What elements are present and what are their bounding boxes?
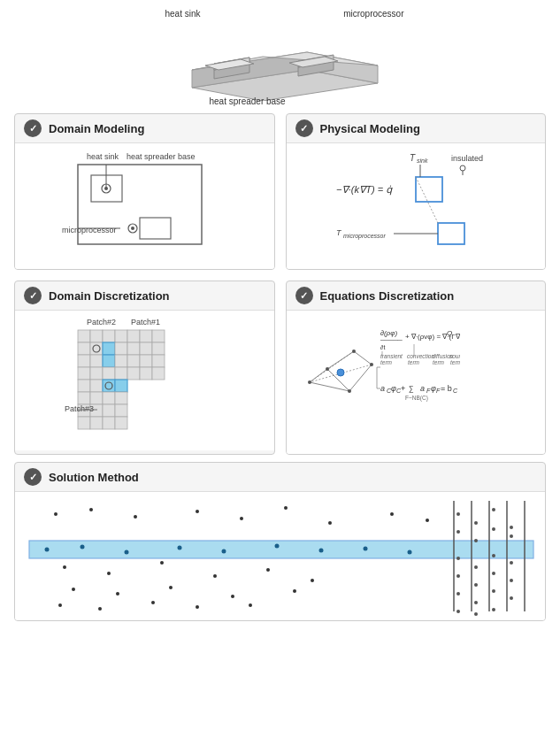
svg-text:∂t: ∂t xyxy=(380,344,385,350)
svg-rect-56 xyxy=(152,355,165,367)
dm-heat-spreader-label: heat spreader base xyxy=(127,152,196,161)
svg-point-149 xyxy=(63,565,66,569)
domain-modeling-title: Domain Modeling xyxy=(49,122,144,135)
svg-rect-53 xyxy=(115,355,127,367)
svg-rect-57 xyxy=(78,367,90,380)
domain-modeling-card: Domain Modeling heat sink heat spreader … xyxy=(14,113,275,270)
svg-point-172 xyxy=(510,534,513,538)
svg-point-131 xyxy=(54,512,58,516)
svg-rect-48 xyxy=(152,342,165,355)
svg-line-86 xyxy=(354,351,372,365)
svg-point-157 xyxy=(169,586,173,589)
svg-point-158 xyxy=(231,595,234,598)
svg-point-174 xyxy=(474,565,478,569)
svg-point-150 xyxy=(107,572,111,575)
domain-discretization-title: Domain Discretization xyxy=(49,289,170,303)
svg-text:∑: ∑ xyxy=(409,385,414,393)
svg-point-139 xyxy=(426,519,429,522)
svg-text:Patch#1: Patch#1 xyxy=(131,318,160,327)
equations-discretization-header: Equations Discretization xyxy=(287,281,546,311)
svg-point-144 xyxy=(222,549,226,554)
solution-method-header: Solution Method xyxy=(15,463,545,492)
svg-point-186 xyxy=(474,612,478,616)
svg-point-151 xyxy=(160,561,164,565)
svg-rect-65 xyxy=(90,380,103,392)
svg-rect-36 xyxy=(90,330,103,342)
domain-modeling-check xyxy=(24,119,42,137)
svg-rect-50 xyxy=(78,355,90,367)
svg-rect-68 xyxy=(78,392,90,404)
svg-text:Patch#3: Patch#3 xyxy=(65,404,94,413)
svg-rect-75 xyxy=(115,404,127,417)
svg-rect-30 xyxy=(438,223,464,244)
solution-method-card: Solution Method xyxy=(14,462,546,621)
svg-point-137 xyxy=(328,521,332,525)
svg-point-160 xyxy=(58,603,62,607)
svg-rect-74 xyxy=(103,404,115,417)
svg-rect-69 xyxy=(90,392,103,404)
svg-point-142 xyxy=(125,550,129,555)
svg-text:T: T xyxy=(410,153,416,163)
svg-point-141 xyxy=(81,545,85,549)
physical-modeling-card: Physical Modeling T sink insulated −∇· xyxy=(286,113,547,270)
svg-text:─────: ───── xyxy=(380,337,403,343)
equations-discretization-title: Equations Discretization xyxy=(320,289,455,303)
svg-rect-35 xyxy=(78,330,90,342)
svg-point-182 xyxy=(474,601,478,604)
svg-rect-59 xyxy=(103,367,115,380)
svg-text:source: source xyxy=(449,353,460,359)
svg-point-177 xyxy=(456,574,460,578)
top-heat-sink-label: heat sink xyxy=(165,9,201,19)
domain-discretization-check xyxy=(24,287,42,304)
svg-point-133 xyxy=(134,515,137,519)
svg-rect-66 xyxy=(103,380,115,392)
svg-point-176 xyxy=(510,561,513,565)
svg-rect-42 xyxy=(78,342,90,355)
svg-point-183 xyxy=(492,589,495,593)
domain-discretization-card: Domain Discretization Patch#2 Patch#1 xyxy=(14,280,275,455)
svg-point-156 xyxy=(116,592,119,596)
svg-point-143 xyxy=(178,546,182,550)
svg-rect-58 xyxy=(90,367,103,380)
svg-line-87 xyxy=(349,365,372,391)
svg-point-153 xyxy=(266,568,270,572)
domain-modeling-svg: heat sink heat spreader base xyxy=(60,149,228,264)
svg-point-175 xyxy=(492,554,495,557)
svg-point-178 xyxy=(474,583,478,587)
svg-point-179 xyxy=(492,572,495,575)
equations-discretization-card: Equations Discretization xyxy=(286,280,547,455)
dm-heat-sink-label: heat sink xyxy=(87,152,119,161)
svg-rect-41 xyxy=(152,330,165,342)
svg-rect-45 xyxy=(115,342,127,355)
svg-text:term: term xyxy=(380,359,393,365)
svg-rect-61 xyxy=(127,367,140,380)
svg-point-181 xyxy=(456,592,460,596)
svg-rect-44 xyxy=(103,342,115,355)
svg-point-168 xyxy=(510,526,513,529)
svg-rect-43 xyxy=(90,342,103,355)
svg-point-152 xyxy=(213,574,217,578)
svg-text:= b: = b xyxy=(441,384,452,393)
svg-point-162 xyxy=(151,601,155,604)
svg-point-132 xyxy=(89,508,93,511)
svg-text:term: term xyxy=(408,359,420,365)
svg-point-138 xyxy=(390,512,394,516)
svg-point-91 xyxy=(337,369,344,376)
svg-text:a: a xyxy=(380,384,385,393)
svg-rect-38 xyxy=(115,330,127,342)
svg-point-169 xyxy=(456,530,460,534)
physical-modeling-check xyxy=(295,119,313,137)
svg-point-147 xyxy=(364,547,368,551)
physical-modeling-svg: T sink insulated −∇·(k∇T) = q̇ xyxy=(332,149,500,264)
domain-modeling-body: heat sink heat spreader base xyxy=(15,143,274,269)
svg-text:T: T xyxy=(336,228,342,237)
solution-method-svg xyxy=(20,492,540,620)
equations-discretization-svg: ∂(ρφ) ───── ∂t + ∇·(ρvφ) = ∇·(Γ∇φ) + Q t… xyxy=(292,316,460,449)
equations-discretization-check xyxy=(295,287,313,304)
svg-rect-51 xyxy=(90,355,103,367)
domain-discretization-body: Patch#2 Patch#1 xyxy=(15,311,274,450)
svg-point-95 xyxy=(348,389,351,393)
svg-text:Patch#2: Patch#2 xyxy=(87,318,116,327)
svg-text:microprocessor: microprocessor xyxy=(343,233,387,240)
svg-point-134 xyxy=(196,510,199,513)
